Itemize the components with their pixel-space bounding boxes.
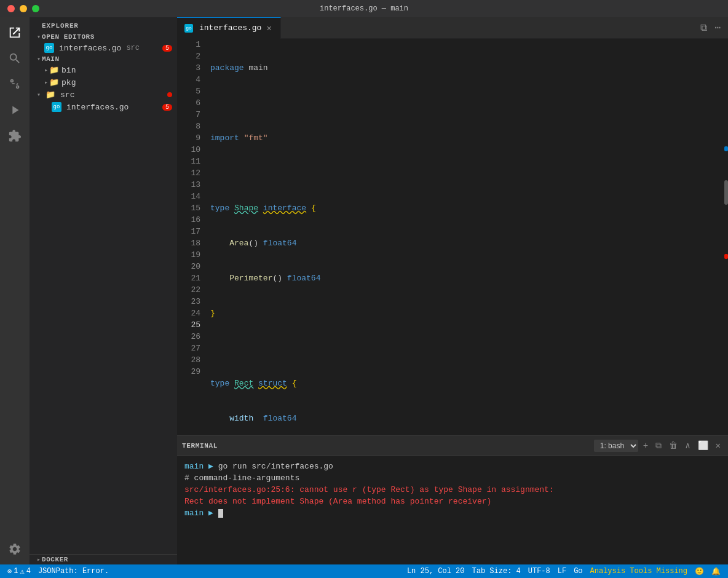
terminal-line-1: main ▶ go run src/interfaces.go — [184, 461, 721, 472]
sidebar-interfaces-go[interactable]: go interfaces.go 5 — [30, 101, 177, 113]
src-folder-label: src — [60, 90, 74, 100]
window-title: interfaces.go — main — [320, 4, 408, 13]
settings-activity-icon[interactable] — [4, 539, 25, 560]
code-line-8: } — [208, 307, 721, 319]
explorer-activity-icon[interactable] — [4, 22, 25, 43]
jsonpath-label: JSONPath: Error. — [38, 567, 109, 576]
code-line-3: import "fmt" — [208, 132, 721, 144]
open-file-tag: src — [126, 44, 140, 52]
open-file-badge: 5 — [162, 45, 172, 52]
explorer-header: EXPLORER — [30, 17, 177, 32]
run-debug-activity-icon[interactable] — [4, 100, 25, 121]
pkg-folder[interactable]: 📁 pkg — [30, 76, 177, 89]
open-editors-arrow — [37, 33, 41, 41]
sidebar-file-badge: 5 — [162, 104, 172, 111]
docker-section[interactable]: DOCKER — [30, 554, 177, 564]
code-line-9 — [208, 342, 721, 354]
terminal-shell-select[interactable]: 1: bash — [594, 440, 638, 452]
tab-interfaces-go[interactable]: go interfaces.go ✕ — [177, 17, 281, 39]
terminal-header: TERMINAL 1: bash + ⧉ 🗑 ∧ ⬜ ✕ — [177, 436, 728, 456]
editor-area: go interfaces.go ✕ ⧉ ⋯ 1 2 3 4 5 6 7 — [177, 17, 728, 564]
docker-arrow — [37, 556, 41, 563]
toggle-panel-button[interactable]: ⬜ — [695, 439, 711, 452]
src-folder[interactable]: 📁 src — [30, 89, 177, 101]
bin-folder-label: bin — [61, 66, 76, 75]
line-numbers: 1 2 3 4 5 6 7 8 9 10 11 12 13 14 15 16 1 — [177, 39, 208, 435]
open-editors-label: OPEN EDITORS — [42, 33, 95, 41]
analysis-label: Analysis Tools Missing — [590, 567, 687, 576]
scrollbar-thumb[interactable] — [724, 180, 728, 205]
open-file-name: interfaces.go — [59, 44, 121, 53]
go-file-icon: go — [44, 43, 54, 53]
status-line-ending[interactable]: LF — [555, 567, 569, 576]
close-panel-button[interactable]: ✕ — [713, 439, 723, 452]
status-line-col[interactable]: Ln 25, Col 20 — [405, 567, 467, 576]
code-line-6: Area() float64 — [208, 237, 721, 249]
status-analysis[interactable]: Analysis Tools Missing — [588, 567, 690, 576]
terminal-prompt-1: main ▶ — [184, 462, 213, 471]
source-control-activity-icon[interactable] — [4, 74, 25, 95]
main-folder-arrow — [37, 55, 41, 63]
code-line-10: type Rect struct { — [208, 378, 721, 389]
main-container: EXPLORER OPEN EDITORS go interfaces.go s… — [0, 17, 728, 564]
titlebar: interfaces.go — main — [0, 0, 728, 17]
more-actions-button[interactable]: ⋯ — [712, 19, 723, 36]
status-encoding[interactable]: UTF-8 — [526, 567, 553, 576]
search-activity-icon[interactable] — [4, 48, 25, 69]
docker-label: DOCKER — [42, 556, 68, 563]
tab-label: interfaces.go — [199, 23, 261, 33]
error-count: 1 — [14, 567, 18, 576]
main-folder[interactable]: MAIN — [30, 54, 177, 64]
split-editor-button[interactable]: ⧉ — [698, 20, 710, 36]
status-smiley[interactable]: 🙂 — [692, 567, 706, 576]
encoding-label: UTF-8 — [528, 567, 550, 576]
terminal-area: TERMINAL 1: bash + ⧉ 🗑 ∧ ⬜ ✕ — [177, 435, 728, 564]
language-label: Go — [574, 567, 582, 576]
tab-actions: ⧉ ⋯ — [698, 19, 728, 36]
src-folder-arrow — [37, 91, 41, 98]
main-folder-label: MAIN — [42, 55, 60, 63]
terminal-line-5: main ▶ — [184, 507, 721, 519]
terminal-output-1: # command-line-arguments — [184, 473, 299, 483]
kill-terminal-button[interactable]: 🗑 — [667, 440, 680, 452]
bin-folder-arrow — [44, 66, 48, 74]
tab-close-button[interactable]: ✕ — [265, 23, 272, 33]
status-tab-size[interactable]: Tab Size: 4 — [470, 567, 523, 576]
scrollbar-track — [721, 39, 728, 435]
terminal-controls: 1: bash + ⧉ 🗑 ∧ ⬜ ✕ — [594, 439, 723, 452]
maximize-button[interactable] — [32, 5, 39, 12]
code-content[interactable]: package main import "fmt" type Shape int… — [208, 39, 721, 435]
warning-icon: ⚠ — [20, 567, 24, 576]
terminal-cursor — [218, 509, 223, 518]
status-bar: ⊗ 1 ⚠ 4 JSONPath: Error. Ln 25, Col 20 T… — [0, 564, 728, 578]
terminal-line-2: # command-line-arguments — [184, 472, 721, 484]
bin-folder[interactable]: 📁 bin — [30, 64, 177, 76]
scrollbar-error-marker — [724, 254, 728, 259]
status-errors[interactable]: ⊗ 1 ⚠ 4 — [5, 567, 33, 576]
status-language[interactable]: Go — [571, 567, 585, 576]
split-terminal-button[interactable]: ⧉ — [653, 440, 664, 452]
terminal-title: TERMINAL — [182, 442, 218, 449]
minimize-button[interactable] — [20, 5, 27, 12]
error-icon: ⊗ — [7, 567, 12, 576]
status-bell[interactable]: 🔔 — [709, 567, 723, 576]
terminal-error-2: Rect does not implement Shape (Area meth… — [184, 497, 491, 506]
pkg-folder-label: pkg — [61, 78, 76, 87]
terminal-line-4: Rect does not implement Shape (Area meth… — [184, 496, 721, 507]
extensions-activity-icon[interactable] — [4, 125, 25, 146]
code-line-1: package main — [208, 62, 721, 74]
close-button[interactable] — [7, 5, 15, 12]
open-editors-section[interactable]: OPEN EDITORS — [30, 32, 177, 42]
sidebar: EXPLORER OPEN EDITORS go interfaces.go s… — [30, 17, 177, 564]
code-editor[interactable]: 1 2 3 4 5 6 7 8 9 10 11 12 13 14 15 16 1 — [177, 39, 728, 435]
window-controls[interactable] — [7, 5, 39, 12]
new-terminal-button[interactable]: + — [641, 440, 651, 452]
open-file-interfaces-go[interactable]: go interfaces.go src 5 — [30, 42, 177, 54]
code-line-11: width float64 — [208, 413, 721, 424]
code-terminal-wrapper: 1 2 3 4 5 6 7 8 9 10 11 12 13 14 15 16 1 — [177, 39, 728, 564]
terminal-content[interactable]: main ▶ go run src/interfaces.go # comman… — [177, 456, 728, 564]
terminal-prompt-2: main ▶ — [184, 509, 213, 518]
status-jsonpath[interactable]: JSONPath: Error. — [36, 567, 111, 576]
terminal-error-1: src/interfaces.go:25:6: cannot use r (ty… — [184, 485, 554, 494]
maximize-panel-button[interactable]: ∧ — [682, 439, 692, 452]
